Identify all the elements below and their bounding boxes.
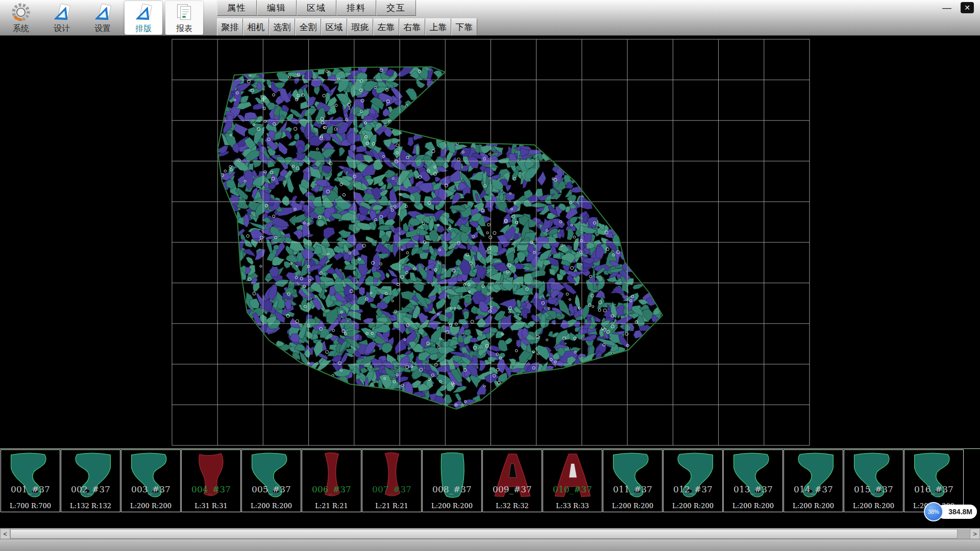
nesting-canvas[interactable]	[0, 36, 980, 448]
thumbnail-cell-8[interactable]: 008_#37L:200 R:200	[422, 449, 482, 512]
horizontal-scrollbar[interactable]: < >	[0, 528, 980, 539]
piece-lr-label: L:32 R:32	[483, 502, 542, 510]
piece-id-label: 007_#37	[362, 484, 421, 494]
thumbnail-cell-7[interactable]: 007_#37L:21 R:21	[362, 449, 422, 512]
report-icon	[174, 3, 194, 21]
progress-percent: 38%	[928, 509, 939, 515]
piece-lr-label: L:132 R:132	[61, 502, 120, 510]
status-bar	[0, 539, 980, 551]
piece-id-label: 008_#37	[423, 484, 481, 494]
piece-id-label: 003_#37	[121, 484, 180, 494]
app-button-label: 系统	[13, 24, 29, 33]
piece-lr-label: L:21 R:21	[302, 502, 361, 510]
menu-tab-3[interactable]: 区域	[297, 0, 336, 16]
thumbnail-cell-13[interactable]: 013_#37L:200 R:200	[723, 449, 783, 512]
app-button-label: 设计	[54, 24, 70, 33]
title-toolbar: 系统设计设置排版报表 属性编辑区域排料交互 聚排相机选割全割区域瑕疵左靠右靠上靠…	[0, 0, 980, 36]
tool-button-1[interactable]: 聚排	[217, 18, 243, 36]
progress-badge: 38%	[924, 502, 943, 521]
app-button-2[interactable]: 设计	[43, 1, 81, 35]
piece-id-label: 002_#37	[61, 484, 120, 494]
menu-tabs: 属性编辑区域排料交互	[217, 0, 416, 16]
thumbnail-cell-6[interactable]: 006_#37L:21 R:21	[302, 449, 361, 512]
app-button-5[interactable]: 报表	[165, 1, 203, 35]
app-button-3[interactable]: 设置	[84, 1, 121, 35]
thumbnail-cell-10[interactable]: 010_#37L:33 R:33	[543, 449, 602, 512]
nesting-icon	[133, 3, 154, 21]
thumbnail-cell-15[interactable]: 015_#37L:200 R:200	[844, 449, 903, 512]
tool-button-9[interactable]: 上靠	[425, 18, 451, 36]
app-button-1[interactable]: 系统	[2, 1, 40, 35]
piece-id-label: 012_#37	[664, 484, 722, 494]
piece-lr-label: L:200 R:200	[724, 502, 782, 510]
tool-button-10[interactable]: 下靠	[451, 18, 477, 36]
app-button-4[interactable]: 排版	[125, 1, 162, 35]
tool-buttons: 聚排相机选割全割区域瑕疵左靠右靠上靠下靠	[217, 18, 477, 36]
piece-lr-label: L:700 R:700	[1, 502, 60, 510]
tool-button-3[interactable]: 选割	[269, 18, 295, 36]
app-buttons: 系统设计设置排版报表	[0, 0, 214, 36]
piece-id-label: 009_#37	[483, 484, 542, 494]
tool-button-2[interactable]: 相机	[243, 18, 269, 36]
piece-id-label: 004_#37	[182, 484, 240, 494]
nesting-canvas-svg	[0, 36, 980, 448]
tool-button-5[interactable]: 区域	[321, 18, 347, 36]
memory-value: 384.8M	[948, 508, 972, 516]
piece-id-label: 001_#37	[1, 484, 60, 494]
piece-lr-label: L:21 R:21	[362, 502, 421, 510]
close-button[interactable]: ✕	[961, 2, 974, 13]
thumbnail-cell-1[interactable]: 001_#37L:700 R:700	[1, 449, 60, 512]
piece-lr-label: L:200 R:200	[603, 502, 662, 510]
piece-lr-label: L:33 R:33	[543, 502, 602, 510]
piece-id-label: 006_#37	[302, 484, 361, 494]
piece-id-label: 011_#37	[603, 484, 662, 494]
tool-button-4[interactable]: 全割	[295, 18, 321, 36]
menu-tab-4[interactable]: 排料	[336, 0, 376, 16]
piece-lr-label: L:200 R:200	[121, 502, 180, 510]
scrollbar-thumb[interactable]	[10, 529, 958, 539]
design-icon	[52, 3, 72, 21]
thumbnail-cell-11[interactable]: 011_#37L:200 R:200	[603, 449, 663, 512]
piece-lr-label: L:200 R:200	[664, 502, 722, 510]
menu-tab-1[interactable]: 属性	[217, 0, 257, 16]
thumbnail-cell-5[interactable]: 005_#37L:200 R:200	[241, 449, 301, 512]
app-button-label: 排版	[135, 24, 152, 33]
gear-icon	[11, 3, 31, 21]
piece-id-label: 013_#37	[724, 484, 782, 494]
tool-button-7[interactable]: 左靠	[373, 18, 399, 36]
piece-lr-label: L:200 R:200	[784, 502, 843, 510]
thumbnail-cell-2[interactable]: 002_#37L:132 R:132	[61, 449, 120, 512]
thumbnail-cell-12[interactable]: 012_#37L:200 R:200	[663, 449, 723, 512]
piece-lr-label: L:200 R:200	[242, 502, 301, 510]
piece-id-label: 005_#37	[242, 484, 301, 494]
tool-button-8[interactable]: 右靠	[399, 18, 425, 36]
piece-id-label: 014_#37	[784, 484, 843, 494]
settings-icon	[92, 3, 113, 21]
piece-id-label: 015_#37	[844, 484, 903, 494]
piece-id-label: 016_#37	[904, 484, 963, 494]
menu-tab-5[interactable]: 交互	[376, 0, 416, 16]
piece-lr-label: L:200 R:200	[423, 502, 481, 510]
piece-thumbnail-strip: 001_#37L:700 R:700002_#37L:132 R:132003_…	[0, 448, 980, 512]
scroll-left-button[interactable]: <	[0, 529, 10, 539]
menu-tab-2[interactable]: 编辑	[257, 0, 297, 16]
thumbnail-cell-4[interactable]: 004_#37L:31 R:31	[181, 449, 241, 512]
minimize-button[interactable]: —	[940, 2, 953, 13]
scroll-right-button[interactable]: >	[970, 529, 980, 539]
piece-id-label: 010_#37	[543, 484, 602, 494]
tool-button-6[interactable]: 瑕疵	[347, 18, 373, 36]
thumbnail-cell-14[interactable]: 014_#37L:200 R:200	[783, 449, 843, 512]
thumbnail-cell-3[interactable]: 003_#37L:200 R:200	[121, 449, 181, 512]
app-button-label: 设置	[94, 24, 111, 33]
piece-lr-label: L:31 R:31	[182, 502, 240, 510]
piece-lr-label: L:200 R:200	[844, 502, 903, 510]
app-button-label: 报表	[176, 24, 192, 33]
thumbnail-cell-9[interactable]: 009_#37L:32 R:32	[482, 449, 542, 512]
